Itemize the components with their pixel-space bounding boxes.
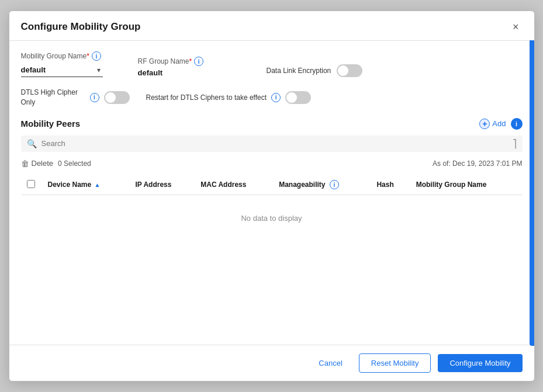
modal-header: Configure Mobility Group × [9,11,534,41]
search-icon: 🔍 [27,139,37,148]
device-name-column[interactable]: Device Name ▲ [42,175,130,195]
restart-dtls-info-icon[interactable]: i [271,93,281,102]
delete-button[interactable]: 🗑 Delete [21,159,54,168]
restart-dtls-group: Restart for DTLS Ciphers to take effect … [146,91,312,104]
mobility-group-name-info-icon[interactable]: i [92,51,101,61]
scrollbar-right[interactable] [530,40,534,346]
dtls-section-row: DTLS High Cipher Only i Restart for DTLS… [21,88,523,107]
modal-title: Configure Mobility Group [21,21,141,33]
restart-dtls-label: Restart for DTLS Ciphers to take effect [146,93,267,102]
device-name-sort-icon: ▲ [95,182,101,188]
dtls-high-cipher-toggle[interactable] [104,91,130,104]
table-header-row: Device Name ▲ IP Address MAC Address Man… [21,175,523,195]
add-peer-button[interactable]: + Add [479,119,506,129]
mobility-group-name-column[interactable]: Mobility Group Name [410,175,523,195]
delete-label: Delete [32,159,54,168]
table-header: Device Name ▲ IP Address MAC Address Man… [21,175,523,195]
add-circle-icon: + [479,119,490,129]
mobility-group-name-header: Mobility Group Name [416,181,487,189]
configure-mobility-modal: Configure Mobility Group × Mobility Grou… [9,11,535,381]
delete-controls: 🗑 Delete 0 Selected [21,159,91,168]
manageability-info-icon[interactable]: i [330,180,339,189]
rf-group-name-info-icon[interactable]: i [194,57,203,66]
ip-address-column[interactable]: IP Address [129,175,195,195]
mobility-group-name-select-wrapper: default [21,63,103,77]
rf-group-name-label-row: RF Group Name* i [138,57,231,66]
add-label: Add [492,119,506,128]
modal-overlay: Configure Mobility Group × Mobility Grou… [0,0,543,392]
peers-table: Device Name ▲ IP Address MAC Address Man… [21,175,523,241]
device-name-header: Device Name [48,181,92,189]
dtls-high-cipher-label: DTLS High Cipher Only [21,88,85,107]
table-body: No data to display [21,195,523,241]
select-all-checkbox[interactable] [27,180,35,188]
mac-address-header: MAC Address [200,181,246,189]
rf-group-name-label: RF Group Name* [138,57,192,65]
select-all-column [21,175,42,195]
modal-footer: Cancel Reset Mobility Configure Mobility [9,345,534,381]
manageability-column: Manageability i [273,175,371,195]
close-button[interactable]: × [509,20,523,33]
modal-body: Mobility Group Name* i default RF Gr [9,41,534,345]
table-controls: 🗑 Delete 0 Selected As of: Dec 19, 2023 … [21,157,523,171]
mobility-peers-title: Mobility Peers [21,119,81,129]
header-actions: + Add i [479,118,522,130]
cancel-button[interactable]: Cancel [309,354,351,372]
mobility-peers-info-button[interactable]: i [511,118,523,130]
dtls-high-cipher-toggle-row: DTLS High Cipher Only i [21,88,130,107]
top-form-row: Mobility Group Name* i default RF Gr [21,51,523,77]
configure-mobility-button[interactable]: Configure Mobility [438,354,522,372]
timestamp: As of: Dec 19, 2023 7:01 PM [433,159,522,168]
hash-column[interactable]: Hash [371,175,410,195]
rf-group-name-value: default [138,68,231,77]
filter-icon[interactable]: ⎤ [513,139,517,148]
search-bar: 🔍 ⎤ [21,136,523,152]
ip-address-header: IP Address [135,181,171,189]
hash-header: Hash [376,181,393,189]
dtls-high-cipher-group: DTLS High Cipher Only i [21,88,130,107]
mobility-peers-header: Mobility Peers + Add i [21,118,523,130]
no-data-cell: No data to display [21,195,523,241]
selected-count: 0 Selected [58,159,91,168]
mobility-group-name-select[interactable]: default [21,63,103,77]
data-link-encryption-group: Data Link Encryption [267,64,363,77]
dtls-high-cipher-info-icon[interactable]: i [90,93,99,102]
mobility-group-name-label-row: Mobility Group Name* i [21,51,126,61]
manageability-header: Manageability [279,181,325,189]
rf-group-name-group: RF Group Name* i default [138,57,231,77]
no-data-row: No data to display [21,195,523,241]
data-link-encryption-label: Data Link Encryption [267,67,331,75]
delete-icon: 🗑 [21,159,29,168]
mobility-group-name-label: Mobility Group Name* [21,52,89,60]
data-link-encryption-toggle[interactable] [337,64,362,77]
search-input[interactable] [41,139,508,148]
mac-address-column[interactable]: MAC Address [195,175,273,195]
restart-dtls-toggle[interactable] [285,91,311,104]
mobility-group-name-group: Mobility Group Name* i default [21,51,126,77]
reset-mobility-button[interactable]: Reset Mobility [359,353,431,373]
